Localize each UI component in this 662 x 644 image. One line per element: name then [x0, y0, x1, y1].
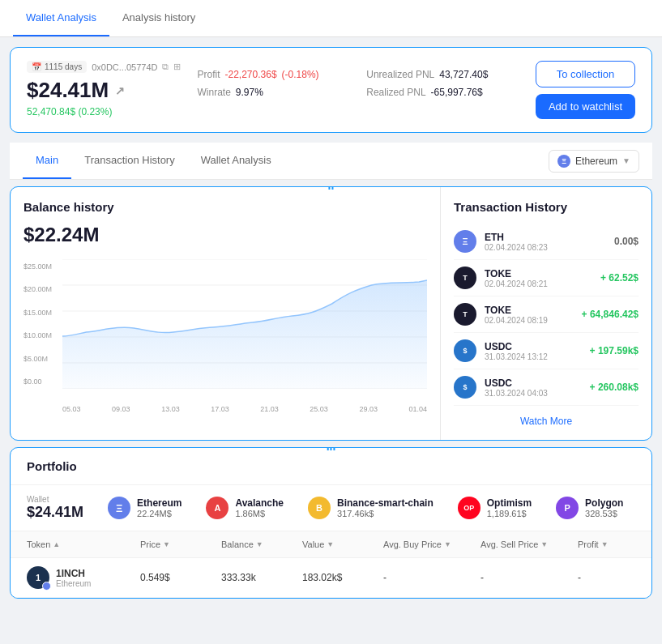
to-collection-button[interactable]: To collection [536, 61, 635, 87]
ethereum-chain-info: Ethereum 22.24M$ [137, 497, 182, 518]
wallet-right-stats: Unrealized PNL 43,727.40$ Realized PNL -… [366, 61, 519, 106]
bsc-chain-icon: B [308, 497, 331, 519]
tx-history-title: Transaction History [454, 200, 639, 214]
portfolio-chains: Wallet $24.41M Ξ Ethereum 22.24M$ A [11, 485, 651, 531]
balance-history-title: Balance history [23, 200, 427, 214]
tab-transaction-history[interactable]: Transaction History [71, 143, 188, 179]
tx-toke2-name: TOKE [485, 305, 574, 316]
tx-usdc2-info: USDC 31.03.2024 04:03 [485, 377, 582, 398]
td-1inch-value: 183.02k$ [302, 572, 383, 583]
qr-icon[interactable]: ⊞ [173, 62, 181, 72]
value-sort-icon: ▼ [327, 540, 334, 548]
wallet-actions: To collection Add to watchlist [536, 61, 635, 119]
toke2-icon: T [454, 303, 476, 326]
calendar-icon: 📅 [32, 62, 41, 71]
watch-more-link[interactable]: Watch More [454, 412, 639, 427]
add-to-watchlist-button[interactable]: Add to watchlist [536, 94, 635, 119]
tx-eth-name: ETH [485, 232, 606, 243]
token-1inch-info: 1INCH Ethereum [56, 568, 91, 588]
tx-usdc2-name: USDC [485, 377, 582, 389]
profit-value: -22,270.36$ [225, 69, 277, 80]
tx-toke2-amount: + 64,846.42$ [582, 309, 639, 320]
usdc2-icon: $ [454, 376, 476, 399]
wallet-age: 1115 days [45, 62, 82, 71]
th-price[interactable]: Price ▼ [140, 540, 221, 549]
balance-history-panel: Balance history $22.24M $25.00M $20.00M … [11, 187, 441, 440]
wallet-winrate-stat: Winrate 9.97% [197, 87, 350, 98]
section-iii-label: III [322, 447, 341, 453]
tx-item-usdc1: $ USDC 31.03.2024 13:12 + 197.59k$ [454, 333, 639, 369]
tab-analysis-history[interactable]: Analysis history [109, 0, 208, 36]
polygon-chain-icon: P [556, 497, 579, 519]
top-tabs-bar: Wallet Analysis Analysis history [0, 0, 662, 37]
network-selector[interactable]: Ξ Ethereum ▼ [549, 150, 639, 173]
table-header-row: Token ▲ Price ▼ Balance ▼ Value ▼ Avg. B… [11, 531, 651, 558]
balance-history-amount: $22.24M [23, 224, 427, 246]
table-row: 1 1INCH Ethereum 0.549$ 333.33k 183.02k$… [11, 558, 651, 598]
token-1inch-icon-wrapper: 1 [27, 566, 49, 589]
tx-toke1-date: 02.04.2024 08:21 [485, 279, 592, 288]
copy-icon[interactable]: ⧉ [162, 62, 169, 72]
tx-eth-date: 02.04.2024 08:23 [485, 243, 606, 252]
portfolio-header: Portfolio [11, 448, 651, 485]
tx-item-usdc2: $ USDC 31.03.2024 04:03 + 260.08k$ [454, 369, 639, 406]
wallet-id-row: 📅 1115 days 0x0DC...05774D ⧉ ⊞ [27, 61, 181, 73]
tx-usdc2-amount: + 260.08k$ [590, 382, 639, 393]
chain-avalanche: A Avalanche 1.86M$ [206, 497, 284, 519]
wallet-left-section: 📅 1115 days 0x0DC...05774D ⧉ ⊞ $24.41M ↗… [27, 61, 181, 117]
polygon-chain-info: Polygon 328.53$ [585, 497, 623, 518]
th-token[interactable]: Token ▲ [27, 540, 140, 549]
tab-wallet-analysis[interactable]: Wallet Analysis [13, 0, 109, 36]
avalanche-chain-name: Avalanche [235, 497, 284, 509]
wallet-balance: $24.41M ↗ [27, 78, 181, 103]
th-avg-sell[interactable]: Avg. Sell Price ▼ [480, 540, 578, 549]
th-avg-buy[interactable]: Avg. Buy Price ▼ [383, 540, 480, 549]
chart-svg [62, 259, 427, 389]
wallet-profit-stat: Profit -22,270.36$ (-0.18%) [197, 69, 350, 80]
realized-pnl-value: -65,997.76$ [431, 87, 483, 98]
wallet-address: 0x0DC...05774D [92, 62, 157, 72]
token-1inch-name: 1INCH [56, 568, 91, 579]
tx-toke2-info: TOKE 02.04.2024 08:19 [485, 305, 574, 325]
th-balance[interactable]: Balance ▼ [221, 540, 302, 549]
avalanche-chain-info: Avalanche 1.86M$ [235, 497, 284, 518]
portfolio-total-value: $24.41M [27, 504, 83, 521]
th-profit[interactable]: Profit ▼ [578, 540, 635, 549]
unrealized-pnl-label: Unrealized PNL [366, 69, 434, 80]
chart-x-labels: 05.03 09.03 13.03 17.03 21.03 25.03 29.0… [62, 405, 427, 413]
tab-wallet-analysis-sub[interactable]: Wallet Analysis [188, 143, 284, 179]
balance-chart: $25.00M $20.00M $15.00M $10.00M $5.00M $… [23, 259, 427, 413]
td-1inch-avg-buy: - [383, 572, 480, 583]
portfolio-total: Wallet $24.41M [27, 495, 83, 521]
tx-toke1-amount: + 62.52$ [600, 272, 639, 284]
tab-main[interactable]: Main [23, 143, 71, 179]
unrealized-pnl-value: 43,727.40$ [439, 69, 488, 80]
winrate-label: Winrate [197, 87, 230, 98]
tx-item-toke2: T TOKE 02.04.2024 08:19 + 64,846.42$ [454, 296, 639, 333]
ethereum-chain-name: Ethereum [137, 497, 182, 509]
profit-pct: (-0.18%) [282, 69, 319, 80]
share-icon[interactable]: ↗ [115, 84, 125, 97]
section-tabs-bar: Main Transaction History Wallet Analysis… [10, 143, 652, 180]
avalanche-chain-icon: A [206, 497, 228, 519]
profit-label: Profit [197, 69, 220, 80]
tx-usdc2-date: 31.03.2024 04:03 [485, 389, 582, 398]
portfolio-section: III Portfolio Wallet $24.41M Ξ Ethereum … [10, 447, 652, 599]
transaction-history-panel: Transaction History Ξ ETH 02.04.2024 08:… [441, 187, 651, 440]
eth-icon: Ξ [454, 230, 476, 253]
td-1inch-profit: - [578, 572, 635, 583]
td-1inch-price: 0.549$ [140, 572, 221, 583]
chart-y-labels: $25.00M $20.00M $15.00M $10.00M $5.00M $… [23, 259, 52, 389]
td-token-1inch: 1 1INCH Ethereum [27, 566, 140, 589]
ethereum-chain-value: 22.24M$ [137, 509, 182, 518]
avalanche-chain-value: 1.86M$ [235, 509, 284, 518]
tx-toke1-info: TOKE 02.04.2024 08:21 [485, 268, 592, 288]
polygon-chain-name: Polygon [585, 497, 623, 509]
realized-pnl-stat: Realized PNL -65,997.76$ [366, 87, 519, 98]
chevron-down-icon: ▼ [622, 156, 630, 165]
realized-pnl-label: Realized PNL [366, 87, 425, 98]
wallet-card: 📅 1115 days 0x0DC...05774D ⧉ ⊞ $24.41M ↗… [10, 47, 652, 133]
th-value[interactable]: Value ▼ [302, 540, 383, 549]
bsc-chain-value: 317.46k$ [337, 509, 434, 518]
bsc-chain-name: Binance-smart-chain [337, 497, 434, 509]
